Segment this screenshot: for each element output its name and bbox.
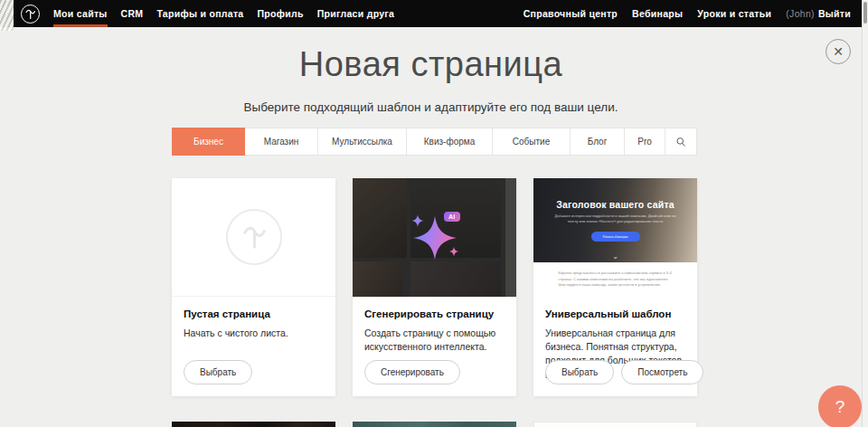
nav-webinars[interactable]: Вебинары bbox=[632, 0, 683, 27]
preview-universal-button[interactable]: Посмотреть bbox=[621, 360, 703, 384]
page-title: Новая страница bbox=[0, 45, 862, 84]
template-intro-text: Коротко представьтесь и расскажите о ком… bbox=[559, 262, 673, 289]
template-hero: Заголовок вашего сайта Добавьте интересн… bbox=[533, 178, 697, 262]
template-hero-button: Узнать больше bbox=[591, 232, 640, 242]
tilda-logo[interactable] bbox=[21, 5, 40, 24]
nav-invite-friend[interactable]: Пригласи друга bbox=[317, 0, 394, 27]
scrollbar-thumb[interactable] bbox=[863, 2, 867, 24]
tilda-watermark-icon bbox=[226, 209, 282, 265]
close-icon: ✕ bbox=[833, 44, 844, 59]
partial-card[interactable] bbox=[533, 422, 697, 427]
nav-help-center[interactable]: Справочный центр bbox=[524, 0, 618, 27]
template-category-tabs: Бизнес Магазин Мультиссылка Квиз-форма С… bbox=[172, 128, 697, 156]
nav-crm[interactable]: CRM bbox=[121, 0, 144, 27]
nav-profile[interactable]: Профиль bbox=[257, 0, 303, 27]
card-ai-generate[interactable]: AI Сгенерировать страницу Создать страни… bbox=[353, 178, 516, 396]
tab-blog[interactable]: Блог bbox=[571, 128, 625, 155]
logout-label: Выйти bbox=[818, 8, 851, 19]
secondary-nav: Справочный центр Вебинары Уроки и статьи… bbox=[524, 0, 851, 27]
user-name: (John) bbox=[786, 8, 815, 19]
help-button[interactable]: ? bbox=[818, 385, 862, 427]
partial-card[interactable] bbox=[172, 422, 335, 427]
main-nav: Мои сайты CRM Тарифы и оплата Профиль Пр… bbox=[53, 0, 394, 27]
tab-kviz-forma[interactable]: Квиз-форма bbox=[407, 128, 493, 155]
background-pattern bbox=[0, 0, 14, 31]
tab-magazin[interactable]: Магазин bbox=[245, 128, 318, 155]
template-cards-row: Пустая страница Начать с чистого листа. … bbox=[172, 178, 697, 396]
close-button[interactable]: ✕ bbox=[826, 39, 851, 64]
ai-preview: AI bbox=[353, 178, 516, 297]
universal-template-preview: Заголовок вашего сайта Добавьте интересн… bbox=[533, 178, 697, 297]
nav-logout[interactable]: (John) Выйти bbox=[786, 0, 851, 27]
page-subtitle: Выберите подходящий шаблон и адаптируйте… bbox=[0, 100, 862, 114]
tab-biznes[interactable]: Бизнес bbox=[172, 128, 245, 156]
choose-universal-button[interactable]: Выбрать bbox=[545, 360, 614, 384]
tab-multissylka[interactable]: Мультиссылка bbox=[318, 128, 407, 155]
chevron-down-icon: ⌄ bbox=[533, 253, 697, 261]
ai-badge: AI bbox=[444, 212, 460, 222]
top-bar: Мои сайты CRM Тарифы и оплата Профиль Пр… bbox=[0, 0, 862, 27]
card-description: Начать с чистого листа. bbox=[184, 327, 324, 340]
ai-sparkle-icon bbox=[392, 203, 478, 273]
next-cards-row bbox=[172, 422, 697, 427]
card-blank-page[interactable]: Пустая страница Начать с чистого листа. … bbox=[172, 178, 335, 396]
tilda-logo-icon bbox=[24, 8, 36, 20]
template-intro-section: Коротко представьтесь и расскажите о ком… bbox=[533, 262, 697, 297]
card-universal-template[interactable]: Заголовок вашего сайта Добавьте интересн… bbox=[533, 178, 697, 396]
choose-blank-button[interactable]: Выбрать bbox=[184, 360, 252, 384]
tab-sobytie[interactable]: Событие bbox=[493, 128, 571, 155]
blank-page-preview bbox=[172, 178, 335, 297]
search-icon bbox=[675, 137, 686, 147]
partial-card[interactable] bbox=[353, 422, 516, 427]
card-description: Создать страницу с помощью искусственног… bbox=[364, 327, 505, 354]
template-hero-subtitle: Добавьте интересные подробности о вашей … bbox=[554, 214, 677, 225]
nav-tariffs[interactable]: Тарифы и оплата bbox=[156, 0, 243, 27]
nav-lessons[interactable]: Уроки и статьи bbox=[697, 0, 771, 27]
card-title: Универсальный шаблон bbox=[545, 308, 685, 319]
card-title: Сгенерировать страницу bbox=[364, 308, 505, 319]
template-hero-title: Заголовок вашего сайта bbox=[533, 178, 697, 210]
scrollbar[interactable] bbox=[862, 0, 868, 427]
question-icon: ? bbox=[835, 397, 845, 417]
nav-my-sites[interactable]: Мои сайты bbox=[53, 0, 108, 27]
tab-pro[interactable]: Pro bbox=[625, 128, 665, 155]
generate-button[interactable]: Сгенерировать bbox=[364, 360, 460, 384]
card-title: Пустая страница bbox=[184, 308, 324, 319]
tab-search[interactable] bbox=[665, 128, 696, 155]
